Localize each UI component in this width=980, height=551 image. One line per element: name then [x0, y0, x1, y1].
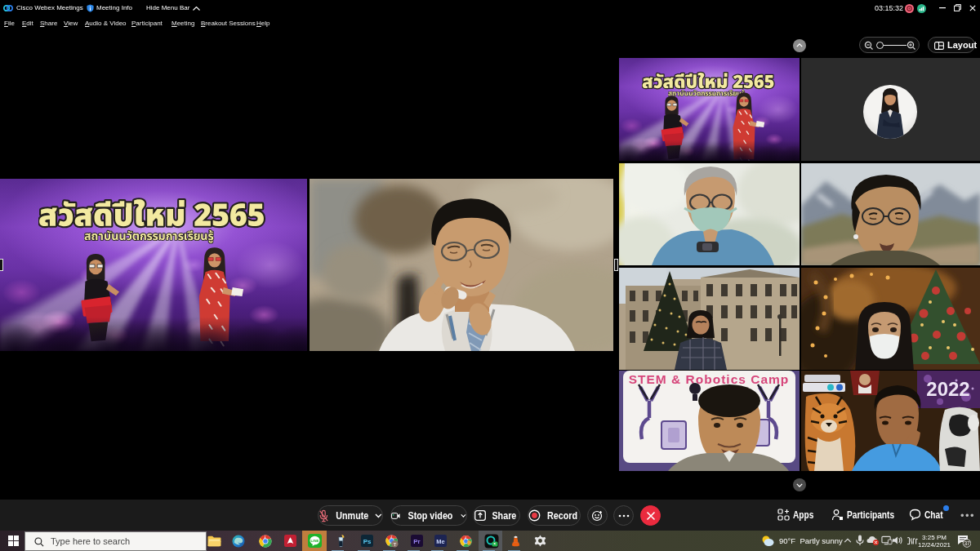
svg-text:2022: 2022	[926, 378, 969, 400]
svg-text:Ps: Ps	[363, 538, 372, 545]
svg-text:Me: Me	[436, 538, 444, 545]
svg-text:Pr: Pr	[413, 538, 420, 545]
svg-text:T: T	[393, 540, 396, 546]
svg-text:STEM & Robotics Camp: STEM & Robotics Camp	[628, 371, 789, 385]
svg-text:37: 37	[964, 540, 970, 546]
svg-text:LINE: LINE	[311, 539, 319, 543]
